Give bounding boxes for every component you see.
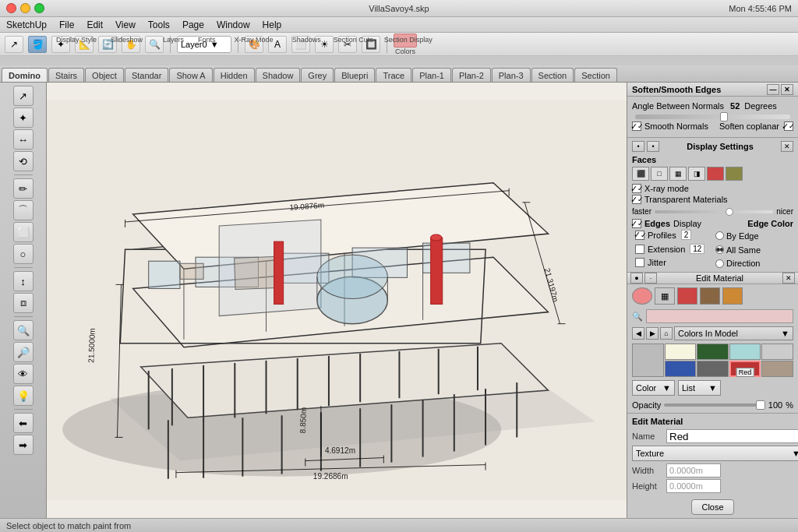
tool-zoom-lt[interactable]: 🔎 [13, 342, 34, 362]
mat-nav-prev[interactable]: ◀ [632, 327, 644, 340]
face-icon-4[interactable]: ◨ [688, 167, 705, 181]
minimize-button[interactable] [20, 3, 30, 13]
mat-nav-next[interactable]: ▶ [646, 327, 659, 340]
by-edge-radio[interactable] [715, 231, 724, 240]
edges-display-cb[interactable]: ✓ [632, 219, 641, 228]
quality-slider[interactable] [655, 210, 773, 213]
tool-arc-lt[interactable]: ⌒ [13, 200, 34, 220]
tab-bluepri[interactable]: Bluepri [334, 68, 375, 82]
swatch-darkgray[interactable] [697, 361, 729, 377]
menu-sketchup[interactable]: SketchUp [6, 19, 47, 30]
face-icon-5[interactable] [707, 167, 724, 181]
tab-section1[interactable]: Section [531, 68, 574, 82]
tab-hidden[interactable]: Hidden [214, 68, 255, 82]
soften-close[interactable]: ✕ [781, 84, 793, 95]
profiles-value[interactable]: 2 [681, 230, 692, 240]
tab-plan2[interactable]: Plan-2 [452, 68, 491, 82]
tool-circle-lt[interactable]: ○ [13, 244, 34, 264]
tab-section2[interactable]: Section [574, 68, 617, 82]
mat-close[interactable]: ✕ [782, 273, 795, 284]
swatch-cream[interactable] [665, 344, 697, 360]
tab-showa[interactable]: Show A [169, 68, 212, 82]
tool-push-lt[interactable]: ↕ [13, 271, 34, 291]
tab-object[interactable]: Object [85, 68, 124, 82]
tool-move-lt[interactable]: ✦ [13, 107, 34, 128]
em-close-button[interactable]: Close [691, 499, 733, 515]
mat-model-dropdown[interactable]: Colors In Model ▼ [674, 326, 793, 340]
transparent-cb[interactable]: ✓ [632, 195, 641, 204]
tab-plan3[interactable]: Plan-3 [492, 68, 531, 82]
viewport[interactable]: 19.0876m 21.3197m 21.5000m 19.2686m 4.69… [47, 83, 627, 518]
soften-slider-thumb[interactable] [720, 112, 728, 122]
tab-trace[interactable]: Trace [376, 68, 411, 82]
em-texture-dropdown[interactable]: Texture ▼ [632, 446, 798, 461]
smooth-normals-cb[interactable]: ✓ [632, 122, 641, 131]
tool-redo-lt[interactable]: ➡ [13, 435, 34, 455]
maximize-button[interactable] [34, 3, 44, 13]
face-icon-1[interactable]: ⬛ [632, 167, 649, 181]
menu-window[interactable]: Window [217, 19, 250, 30]
ds-close[interactable]: ✕ [781, 141, 793, 152]
tab-shadow[interactable]: Shadow [256, 68, 301, 82]
close-button[interactable] [6, 3, 16, 13]
swatch-blue[interactable] [665, 361, 697, 377]
direction-radio[interactable] [715, 259, 724, 268]
tool-select[interactable]: ↗ [5, 36, 23, 53]
tab-grey[interactable]: Grey [301, 68, 334, 82]
menu-help[interactable]: Help [263, 19, 282, 30]
opacity-thumb[interactable] [756, 400, 765, 410]
swatch-lightblue[interactable] [729, 344, 761, 360]
tool-undo-lt[interactable]: ⬅ [13, 413, 34, 433]
em-name-input[interactable] [666, 429, 798, 443]
ds-btn2[interactable]: • [647, 141, 659, 152]
opacity-slider[interactable] [664, 399, 765, 411]
mat-btn-circle[interactable]: ● [630, 273, 643, 284]
mat-icon-3[interactable] [677, 287, 697, 305]
mat-icon-4[interactable] [700, 287, 720, 305]
tool-offset-lt[interactable]: ⧈ [13, 293, 34, 313]
tab-plan1[interactable]: Plan-1 [412, 68, 451, 82]
face-icon-6[interactable] [726, 167, 743, 181]
face-icon-2[interactable]: □ [651, 167, 668, 181]
jitter-cb[interactable] [635, 258, 644, 267]
menu-page[interactable]: Page [182, 19, 204, 30]
color-mode-dropdown[interactable]: Color ▼ [632, 380, 675, 396]
menu-view[interactable]: View [115, 19, 136, 30]
swatch-red[interactable]: Red [729, 361, 761, 377]
tool-paint[interactable]: 🪣 [28, 36, 47, 53]
menu-edit[interactable]: Edit [87, 19, 103, 30]
window-controls[interactable] [6, 3, 44, 13]
ds-btn1[interactable]: • [632, 141, 644, 152]
extension-cb[interactable] [635, 245, 644, 254]
mat-nav-home[interactable]: ⌂ [660, 327, 673, 340]
tool-rotate-lt[interactable]: ↔ [13, 129, 34, 150]
quality-thumb[interactable] [726, 208, 733, 216]
tool-select-lt[interactable]: ↗ [13, 86, 34, 106]
tab-domino[interactable]: Domino [2, 68, 48, 82]
xray-cb[interactable]: ✓ [632, 184, 641, 193]
extension-value[interactable]: 12 [690, 244, 704, 254]
tab-stairs[interactable]: Stairs [48, 68, 84, 82]
face-icon-3[interactable]: ▦ [669, 167, 687, 181]
all-same-radio[interactable] [715, 245, 724, 254]
tool-line-lt[interactable]: ✏ [13, 178, 34, 199]
mat-btn-2[interactable]: · [644, 273, 657, 284]
soften-slider-track[interactable] [635, 115, 790, 119]
swatch-gray1[interactable] [761, 344, 793, 360]
swatch-green[interactable] [697, 344, 729, 360]
menu-tools[interactable]: Tools [148, 19, 170, 30]
menu-file[interactable]: File [59, 19, 74, 30]
mat-search-input[interactable] [646, 309, 793, 323]
swatches-scrollbar[interactable] [633, 344, 663, 376]
soften-coplanar-cb[interactable]: ✓ [784, 122, 793, 131]
tool-walkthr-lt[interactable]: 👁 [13, 364, 34, 384]
em-height-input[interactable] [666, 479, 721, 493]
list-mode-dropdown[interactable]: List ▼ [678, 380, 721, 396]
tool-rect-lt[interactable]: ⬜ [13, 222, 34, 242]
tool-orbit-lt[interactable]: 🔍 [13, 320, 34, 340]
tab-standar[interactable]: Standar [125, 68, 169, 82]
profiles-cb[interactable]: ✓ [635, 231, 644, 240]
mat-icon-5[interactable] [722, 287, 743, 305]
mat-icon-circle[interactable] [632, 287, 652, 305]
tool-light-lt[interactable]: 💡 [13, 386, 34, 406]
